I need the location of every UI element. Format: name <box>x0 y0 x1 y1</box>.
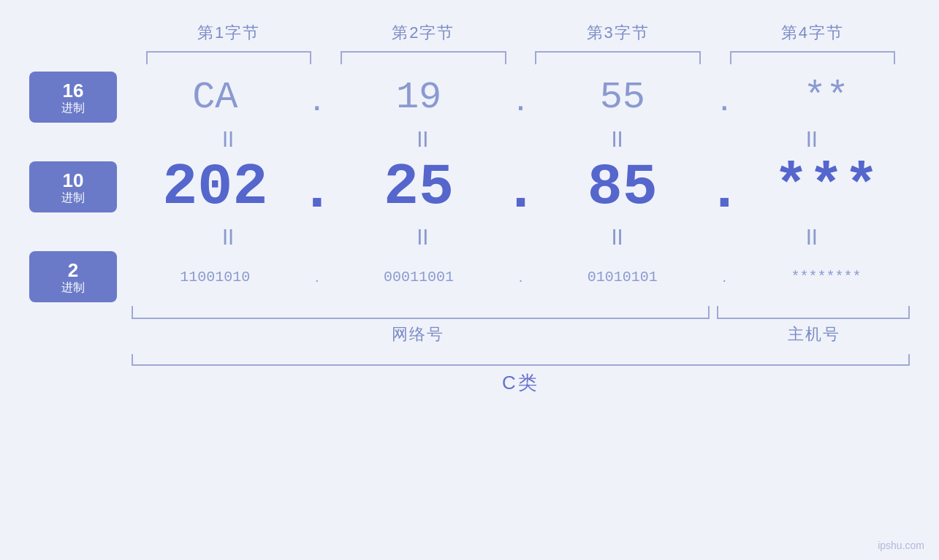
hex-dot-3: . <box>706 75 742 119</box>
hex-dot-2: . <box>503 75 539 119</box>
dec-val-1: 202 <box>132 154 299 220</box>
hex-label: 16 进制 <box>29 72 117 123</box>
bottom-label-row: 网络号 主机号 <box>132 323 910 345</box>
eq2-cell-4: || <box>715 226 910 245</box>
host-label: 主机号 <box>719 323 910 345</box>
dec-val-3: 85 <box>539 154 707 220</box>
host-bracket <box>717 306 910 319</box>
eq2-cell-3: || <box>521 226 715 245</box>
bin-base-num: 2 <box>68 260 78 281</box>
bracket-top-1 <box>146 51 311 64</box>
class-label: C类 <box>132 370 910 396</box>
top-brackets <box>132 51 910 64</box>
bin-row: 2 进制 11001010 . 00011001 . 01010101 . <box>29 251 910 302</box>
dec-val-4: *** <box>742 154 910 220</box>
bottom-section: 网络号 主机号 <box>132 306 910 345</box>
bracket-cell-4 <box>715 51 910 64</box>
dec-dot-2: . <box>503 153 539 220</box>
hex-val-4: ** <box>742 76 910 119</box>
network-bracket-wrap <box>132 306 717 319</box>
bin-val-2: 00011001 <box>335 269 503 285</box>
bin-label: 2 进制 <box>29 251 117 302</box>
watermark: ipshu.com <box>878 540 924 551</box>
dec-base-num: 10 <box>63 170 84 191</box>
eq-cell-1: || <box>132 129 326 147</box>
dec-row: 10 进制 202 . 25 . 85 . *** <box>29 153 910 220</box>
bin-val-4: ******** <box>742 269 910 285</box>
bracket-cell-2 <box>326 51 520 64</box>
bracket-cell-1 <box>132 51 326 64</box>
equals-row-2: || || || || <box>132 220 910 251</box>
hex-row: 16 进制 CA . 19 . 55 . ** <box>29 72 910 123</box>
dec-label: 10 进制 <box>29 161 117 212</box>
eq-cell-4: || <box>715 129 910 147</box>
bottom-bracket-row <box>132 306 910 319</box>
col-header-3: 第3字节 <box>521 22 715 44</box>
bin-base-text: 进制 <box>61 281 85 294</box>
network-label: 网络号 <box>132 323 719 345</box>
header-row: 第1字节 第2字节 第3字节 第4字节 <box>132 22 910 44</box>
equals-row-1: || || || || <box>132 123 910 153</box>
class-section: C类 <box>132 354 910 396</box>
dec-cells: 202 . 25 . 85 . *** <box>132 153 910 220</box>
eq2-cell-1: || <box>132 226 326 245</box>
bin-cells: 11001010 . 00011001 . 01010101 . *******… <box>132 269 910 285</box>
dec-base-text: 进制 <box>61 191 85 204</box>
eq2-cell-2: || <box>326 226 520 245</box>
bracket-top-2 <box>341 51 506 64</box>
col-header-4: 第4字节 <box>715 22 910 44</box>
col-header-1: 第1字节 <box>132 22 326 44</box>
hex-val-1: CA <box>132 76 299 119</box>
hex-cells: CA . 19 . 55 . ** <box>132 75 910 119</box>
eq-cell-2: || <box>326 129 520 147</box>
main-container: 第1字节 第2字节 第3字节 第4字节 16 进制 CA . <box>0 0 939 560</box>
eq-cell-3: || <box>521 129 715 147</box>
hex-base-num: 16 <box>63 80 84 101</box>
class-bracket <box>132 354 910 366</box>
network-bracket <box>132 306 710 319</box>
bin-dot-3: . <box>706 269 742 285</box>
bracket-top-4 <box>730 51 895 64</box>
dec-dot-1: . <box>299 153 335 220</box>
hex-base-text: 进制 <box>61 101 85 115</box>
col-header-2: 第2字节 <box>326 22 520 44</box>
bin-dot-1: . <box>299 269 335 285</box>
bin-dot-2: . <box>503 269 539 285</box>
bin-val-1: 11001010 <box>132 269 299 285</box>
dec-dot-3: . <box>706 153 742 220</box>
dec-val-2: 25 <box>335 154 503 220</box>
bracket-top-3 <box>535 51 700 64</box>
bracket-cell-3 <box>521 51 715 64</box>
bin-val-3: 01010101 <box>539 269 707 285</box>
host-bracket-wrap <box>717 306 910 319</box>
hex-val-3: 55 <box>539 76 707 119</box>
hex-dot-1: . <box>299 75 335 119</box>
hex-val-2: 19 <box>335 76 503 119</box>
